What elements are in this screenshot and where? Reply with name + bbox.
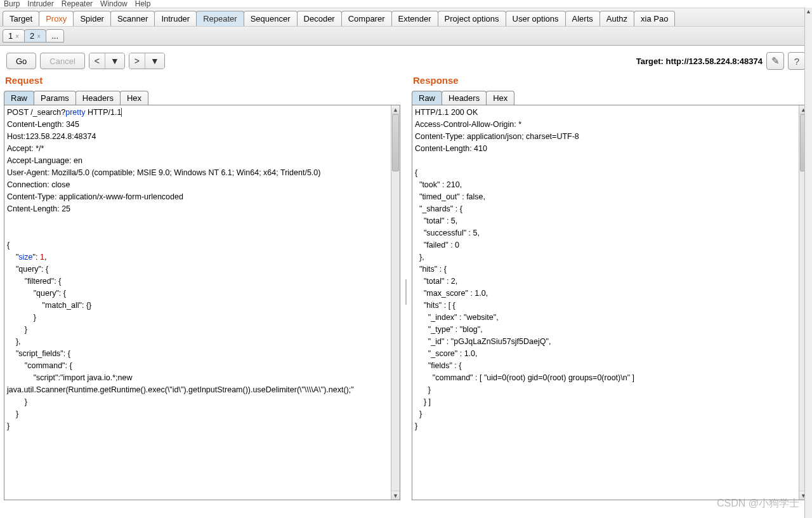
- prev-dropdown[interactable]: ▼: [105, 53, 124, 69]
- scroll-up-icon[interactable]: ▲: [391, 105, 400, 114]
- sub-tab-1-label: 1: [8, 31, 13, 41]
- request-pane: Request Raw Params Headers Hex POST /_se…: [4, 75, 400, 500]
- response-pane: Response Raw Headers Hex HTTP/1.1 200 OK…: [412, 75, 808, 500]
- next-dropdown[interactable]: ▼: [145, 53, 164, 69]
- cancel-button[interactable]: Cancel: [40, 53, 84, 69]
- response-view-tabs: Raw Headers Hex: [412, 91, 808, 105]
- request-scrollbar[interactable]: ▲ ▼: [391, 105, 400, 500]
- menu-burp[interactable]: Burp: [4, 0, 20, 8]
- next-group: > ▼: [129, 53, 165, 69]
- tab-intruder[interactable]: Intruder: [154, 11, 197, 26]
- close-icon[interactable]: ×: [15, 33, 19, 40]
- menubar: Burp Intruder Repeater Window Help: [0, 0, 812, 8]
- response-content-wrap: HTTP/1.1 200 OK Access-Control-Allow-Ori…: [412, 105, 808, 500]
- repeater-sub-tabs: 1× 2× ...: [0, 27, 812, 46]
- tab-spider[interactable]: Spider: [73, 11, 111, 26]
- scroll-up-icon[interactable]: ▲: [805, 8, 812, 15]
- menu-intruder[interactable]: Intruder: [27, 0, 53, 8]
- response-tab-raw[interactable]: Raw: [412, 91, 442, 105]
- edit-target-button[interactable]: ✎: [766, 52, 784, 70]
- tab-authz[interactable]: Authz: [599, 11, 634, 26]
- sub-tab-2[interactable]: 2×: [24, 29, 46, 43]
- sub-tab-2-label: 2: [30, 31, 34, 41]
- pencil-icon: ✎: [771, 55, 780, 67]
- tab-scanner[interactable]: Scanner: [110, 11, 155, 26]
- response-tab-headers[interactable]: Headers: [442, 91, 487, 105]
- next-button[interactable]: >: [129, 53, 145, 69]
- help-button[interactable]: ?: [788, 52, 806, 70]
- scroll-thumb[interactable]: [392, 114, 399, 171]
- prev-group: < ▼: [89, 53, 125, 69]
- tab-xia-pao[interactable]: xia Pao: [634, 11, 675, 26]
- sub-tab-1[interactable]: 1×: [3, 29, 25, 43]
- request-content-wrap: POST /_search?pretty HTTP/1.1 Content-Le…: [4, 105, 400, 500]
- tab-project-options[interactable]: Project options: [438, 11, 506, 26]
- request-editor[interactable]: POST /_search?pretty HTTP/1.1 Content-Le…: [4, 105, 391, 500]
- scroll-track[interactable]: [391, 114, 400, 491]
- sub-tab-more[interactable]: ...: [46, 29, 64, 43]
- request-tab-params[interactable]: Params: [34, 91, 76, 105]
- tab-user-options[interactable]: User options: [506, 11, 566, 26]
- tab-target[interactable]: Target: [3, 11, 39, 26]
- question-icon: ?: [794, 56, 799, 67]
- pane-divider[interactable]: [404, 75, 408, 500]
- request-tab-hex[interactable]: Hex: [120, 91, 148, 105]
- tab-repeater[interactable]: Repeater: [196, 11, 244, 26]
- menu-repeater[interactable]: Repeater: [62, 0, 93, 8]
- scroll-down-icon[interactable]: ▼: [391, 491, 400, 500]
- go-button[interactable]: Go: [6, 53, 36, 69]
- prev-button[interactable]: <: [89, 53, 105, 69]
- tab-decoder[interactable]: Decoder: [297, 11, 342, 26]
- main-tabs: Target Proxy Spider Scanner Intruder Rep…: [0, 8, 812, 27]
- menu-window[interactable]: Window: [100, 0, 128, 8]
- tab-extender[interactable]: Extender: [391, 11, 438, 26]
- request-view-tabs: Raw Params Headers Hex: [4, 91, 400, 105]
- split-panes: Request Raw Params Headers Hex POST /_se…: [0, 75, 812, 504]
- tab-sequencer[interactable]: Sequencer: [244, 11, 298, 26]
- response-viewer[interactable]: HTTP/1.1 200 OK Access-Control-Allow-Ori…: [412, 105, 799, 500]
- request-title: Request: [5, 75, 400, 86]
- target-label: Target: http://123.58.224.8:48374: [636, 56, 763, 66]
- toolbar: Go Cancel < ▼ > ▼ Target: http://123.58.…: [0, 46, 812, 75]
- response-title: Response: [413, 75, 808, 86]
- request-tab-headers[interactable]: Headers: [75, 91, 121, 105]
- response-tab-hex[interactable]: Hex: [486, 91, 514, 105]
- tab-alerts[interactable]: Alerts: [565, 11, 600, 26]
- tab-proxy[interactable]: Proxy: [39, 11, 74, 26]
- outer-scrollbar[interactable]: ▲: [804, 8, 812, 504]
- request-tab-raw[interactable]: Raw: [4, 91, 34, 105]
- tab-comparer[interactable]: Comparer: [341, 11, 392, 26]
- close-icon[interactable]: ×: [37, 33, 41, 40]
- menu-help[interactable]: Help: [135, 0, 151, 8]
